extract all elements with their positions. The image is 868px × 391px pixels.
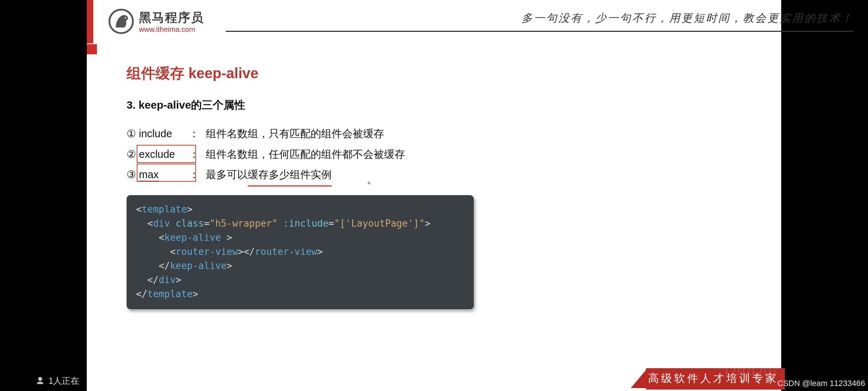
tagline-underline: [226, 31, 854, 32]
brand-text: 黑马程序员 www.itheima.com: [139, 9, 204, 34]
number-badge: ②: [127, 144, 139, 165]
footer-ribbon: 高级软件人才培训专家: [631, 368, 785, 390]
accent-bar-large: [87, 0, 93, 43]
code-str: "['LayoutPage']": [334, 218, 425, 229]
prop-desc-underlined: 缓存多少组件实例: [248, 164, 332, 186]
horse-logo-icon: [109, 9, 134, 34]
brand-url: www.itheima.com: [139, 25, 204, 34]
tagline-block: 多一句没有，少一句不行，用更短时间，教会更实用的技术！: [226, 11, 854, 32]
code-attr: :include: [283, 218, 328, 229]
ribbon-triangle: [631, 370, 646, 388]
slide-title: 组件缓存 keep-alive: [127, 63, 669, 83]
code-attr: class: [176, 218, 204, 229]
viewer-count-overlay: 1人正在: [35, 375, 79, 387]
accent-bar-small: [87, 44, 97, 54]
prop-include: ① include ： 组件名数组，只有匹配的组件会被缓存: [127, 123, 669, 144]
prop-desc: 组件名数组，任何匹配的组件都不会被缓存: [206, 144, 405, 165]
prop-desc: 组件名数组，只有匹配的组件会被缓存: [206, 123, 384, 144]
slide-subtitle: 3. keep-alive的三个属性: [127, 98, 669, 113]
csdn-watermark: CSDN @leam 11233466: [778, 379, 865, 388]
code-tag: router-view: [255, 246, 317, 257]
code-tag: template: [142, 204, 187, 215]
colon: ：: [189, 123, 199, 144]
code-tag: keep-alive: [170, 260, 227, 271]
prop-exclude: ② exclude ： 组件名数组，任何匹配的组件都不会被缓存: [127, 144, 669, 165]
prop-name: max: [139, 164, 182, 185]
number-badge: ①: [127, 123, 139, 144]
prop-desc-pre: 最多可以: [206, 164, 248, 185]
stage: 黑马程序员 www.itheima.com 多一句没有，少一句不行，用更短时间，…: [0, 0, 868, 391]
slide-header: 黑马程序员 www.itheima.com 多一句没有，少一句不行，用更短时间，…: [109, 9, 854, 34]
user-icon: [35, 376, 45, 386]
prop-name-text: max: [139, 169, 159, 182]
code-tag: keep-alive: [164, 232, 221, 243]
prop-name: exclude: [139, 144, 182, 165]
colon: ：: [189, 164, 199, 185]
slide-content: 组件缓存 keep-alive 3. keep-alive的三个属性 ① inc…: [127, 63, 669, 309]
tagline-text: 多一句没有，少一句不行，用更短时间，教会更实用的技术！: [226, 11, 854, 26]
property-list: ① include ： 组件名数组，只有匹配的组件会被缓存 ② exclude …: [127, 123, 669, 186]
code-tag: router-view: [176, 246, 238, 257]
code-tag: div: [159, 274, 176, 285]
code-tag: template: [147, 289, 192, 299]
viewer-text: 1人正在: [48, 375, 79, 387]
code-block: <template> <div class="h5-wrapper" :incl…: [127, 195, 474, 309]
code-tag: div: [153, 218, 170, 229]
colon: ：: [189, 144, 199, 165]
code-str: "h5-wrapper": [210, 218, 278, 229]
ribbon-label: 高级软件人才培训专家: [646, 368, 785, 390]
brand-name: 黑马程序员: [139, 9, 204, 26]
prop-name: include: [139, 123, 182, 144]
prop-max: ③ max ： 最多可以缓存多少组件实例: [127, 164, 669, 186]
brand-logo-block: 黑马程序员 www.itheima.com: [109, 9, 204, 34]
number-badge: ③: [127, 164, 139, 185]
svg-point-0: [125, 17, 126, 18]
